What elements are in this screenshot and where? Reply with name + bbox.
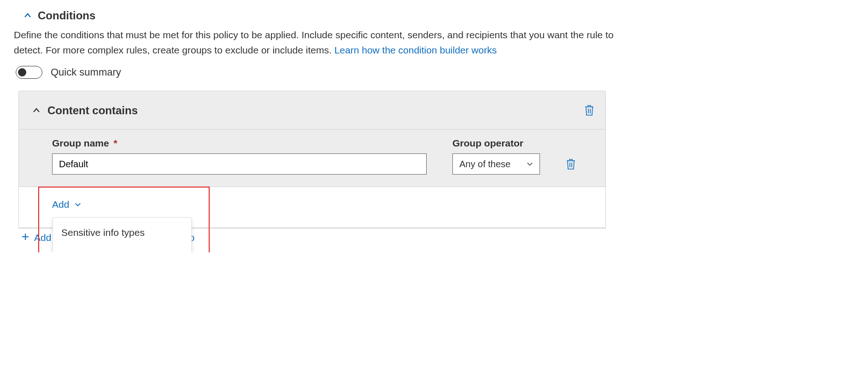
- description-text: Define the conditions that must be met f…: [14, 29, 614, 55]
- menu-item-sensitivity-labels[interactable]: Sensitivity labels: [53, 247, 191, 252]
- content-contains-header[interactable]: Content contains: [19, 91, 605, 129]
- add-dropdown-button[interactable]: Add: [52, 199, 82, 210]
- trash-icon[interactable]: [566, 158, 576, 170]
- group-operator-value: Any of these: [459, 159, 510, 170]
- trash-icon[interactable]: [584, 104, 594, 116]
- quick-summary-label: Quick summary: [51, 66, 121, 78]
- quick-summary-toggle[interactable]: [16, 66, 42, 79]
- add-dropdown-menu: Sensitive info types Sensitivity labels: [53, 217, 192, 252]
- group-operator-select[interactable]: Any of these: [452, 153, 540, 175]
- plus-icon: [21, 232, 29, 243]
- add-label: Add: [52, 199, 69, 210]
- required-asterisk: *: [114, 138, 117, 148]
- toggle-knob: [18, 68, 26, 76]
- add-row: Add Sensitive info types Sensitivity lab…: [19, 187, 605, 228]
- group-name-column: Group name *: [52, 138, 427, 175]
- section-header: Conditions: [23, 9, 854, 22]
- chevron-down-icon: [526, 160, 534, 168]
- quick-summary-row: Quick summary: [16, 66, 854, 79]
- section-title: Conditions: [38, 9, 95, 22]
- chevron-up-icon: [32, 106, 41, 115]
- group-operator-column: Group operator Any of these: [452, 138, 540, 175]
- content-contains-title: Content contains: [47, 104, 138, 117]
- section-description: Define the conditions that must be met f…: [14, 28, 640, 58]
- chevron-up-icon[interactable]: [23, 11, 32, 20]
- group-name-label: Group name *: [52, 138, 427, 149]
- group-name-label-text: Group name: [52, 138, 109, 148]
- group-row: Group name * Group operator Any of these: [19, 129, 605, 187]
- group-operator-label: Group operator: [452, 138, 540, 149]
- content-contains-panel: Content contains Group name * Group oper…: [18, 91, 606, 228]
- menu-item-sensitive-info-types[interactable]: Sensitive info types: [53, 218, 191, 247]
- chevron-down-icon: [74, 200, 82, 209]
- group-name-input[interactable]: [52, 153, 427, 175]
- learn-link[interactable]: Learn how the condition builder works: [334, 45, 497, 55]
